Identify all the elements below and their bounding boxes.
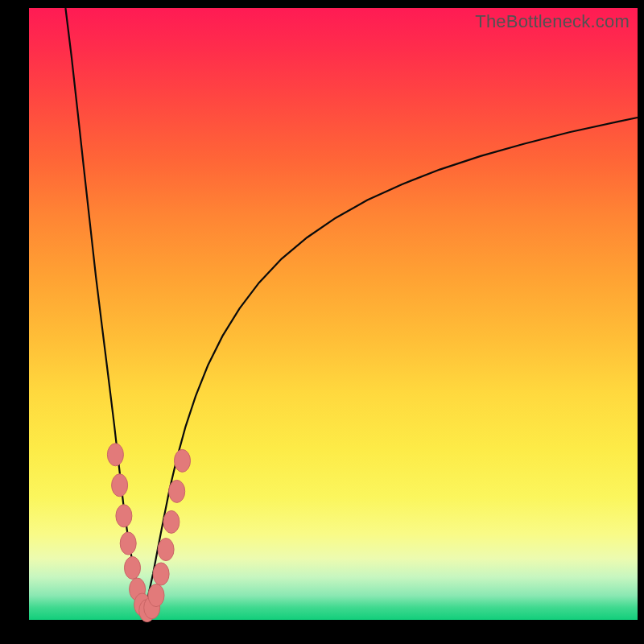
- marker-dot: [163, 510, 180, 533]
- plot-area: TheBottleneck.com: [29, 8, 638, 620]
- marker-dot: [148, 584, 164, 607]
- marker-dot: [112, 474, 128, 497]
- marker-dot: [153, 563, 169, 585]
- curve-layer: [29, 8, 638, 620]
- curve-right-branch: [144, 118, 638, 613]
- marker-dot: [125, 556, 141, 579]
- marker-dot: [169, 480, 185, 502]
- marker-dot: [175, 449, 191, 472]
- chart-frame: TheBottleneck.com: [0, 0, 644, 644]
- marker-dot: [120, 532, 136, 555]
- marker-dot: [116, 505, 132, 527]
- marker-dot: [158, 539, 174, 561]
- curve-left-branch: [65, 8, 143, 613]
- marker-dot: [107, 444, 123, 466]
